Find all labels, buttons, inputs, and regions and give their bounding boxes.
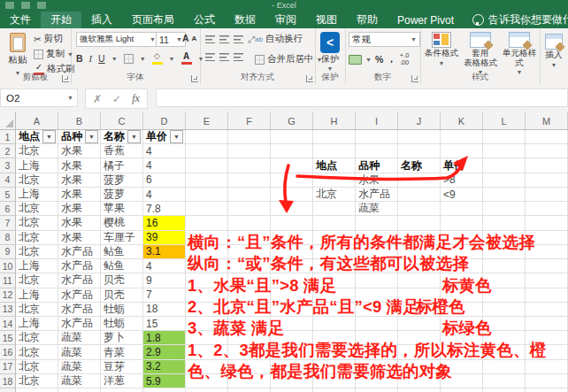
cell-I18[interactable] (356, 374, 398, 388)
cell-I6[interactable]: 蔬菜 (356, 202, 398, 216)
align-bottom-icon[interactable] (234, 35, 243, 43)
cell-H2[interactable] (313, 144, 356, 158)
row-header-14[interactable]: 14 (0, 317, 16, 331)
row-header-6[interactable]: 6 (0, 202, 16, 216)
cell-M6[interactable] (526, 202, 568, 216)
cell-H1[interactable] (313, 130, 356, 144)
cell-L19[interactable] (483, 388, 526, 392)
cell-K17[interactable] (441, 360, 483, 374)
cell-B3[interactable]: 水果 (58, 158, 101, 173)
cell-K10[interactable] (441, 259, 483, 273)
enter-icon[interactable]: ✓ (112, 93, 121, 105)
cell-H19[interactable] (313, 388, 356, 392)
conditional-formatting-button[interactable]: 条件格式▼ (422, 32, 461, 68)
filter-dropdown-icon[interactable]: ▼ (127, 130, 141, 143)
cell-G15[interactable] (271, 331, 313, 345)
cell-M3[interactable] (526, 158, 568, 173)
column-header-K[interactable]: K (441, 112, 483, 130)
cell-B10[interactable]: 水产品 (58, 259, 101, 273)
cell-E16[interactable] (186, 345, 228, 359)
row-header-18[interactable]: 18 (0, 374, 16, 388)
cell-B18[interactable]: 蔬菜 (58, 374, 101, 388)
tab-插入[interactable]: 插入 (81, 12, 122, 28)
cell-L3[interactable] (483, 158, 526, 173)
cell-F11[interactable] (228, 273, 271, 288)
cell-J4[interactable] (398, 173, 441, 188)
cell-L2[interactable] (483, 144, 526, 158)
dialog-launcher-icon[interactable] (191, 75, 198, 82)
cell-K7[interactable] (441, 216, 483, 230)
cell-G4[interactable] (271, 173, 313, 188)
cell-H15[interactable] (313, 331, 356, 345)
cell-F14[interactable] (228, 317, 271, 331)
cell-K12[interactable] (441, 288, 483, 303)
cell-G19[interactable] (271, 388, 313, 392)
cell-D11[interactable]: 9 (143, 273, 186, 288)
row-header-3[interactable]: 3 (0, 158, 16, 173)
row-header-17[interactable]: 17 (0, 360, 16, 374)
cell-A1[interactable]: 地点▼ (16, 130, 58, 144)
cell-M1[interactable] (526, 130, 568, 144)
cell-B1[interactable]: 品种▼ (58, 130, 101, 144)
cell-K19[interactable] (441, 388, 483, 392)
protect-button[interactable]: < 保护 ▼ (315, 28, 345, 72)
cell-A7[interactable]: 北京 (16, 216, 58, 230)
cell-B12[interactable]: 水产品 (58, 288, 101, 303)
cell-F15[interactable] (228, 331, 271, 345)
borders-icon[interactable] (124, 54, 134, 64)
decrease-decimal-button[interactable]: .00 (400, 58, 409, 66)
cell-G12[interactable] (271, 288, 313, 303)
copy-button[interactable]: 复制 ▼ (34, 48, 75, 60)
align-left-icon[interactable] (205, 53, 215, 61)
cell-I3[interactable]: 品种 (356, 158, 398, 173)
cell-I15[interactable] (356, 331, 398, 345)
cell-D15[interactable]: 1.8 (143, 331, 186, 345)
cell-F12[interactable] (228, 288, 271, 303)
cell-C18[interactable]: 洋葱 (101, 374, 143, 388)
cell-A3[interactable]: 上海 (16, 158, 58, 173)
cell-E6[interactable] (186, 202, 228, 216)
cancel-icon[interactable]: ✗ (93, 93, 102, 105)
cut-button[interactable]: ✂剪切 (34, 33, 75, 45)
cell-G6[interactable] (271, 202, 313, 216)
cell-I16[interactable] (356, 345, 398, 359)
cell-H10[interactable] (313, 259, 356, 273)
cell-B11[interactable]: 水产品 (58, 273, 101, 288)
cell-E17[interactable] (186, 360, 228, 374)
cell-H7[interactable] (313, 216, 356, 230)
cell-B17[interactable]: 蔬菜 (58, 360, 101, 374)
cell-A6[interactable]: 北京 (16, 202, 58, 216)
cell-M11[interactable] (526, 273, 568, 288)
cell-J19[interactable] (398, 388, 441, 392)
cell-M14[interactable] (526, 317, 568, 331)
cell-B5[interactable]: 水果 (58, 188, 101, 202)
cell-K11[interactable] (441, 273, 483, 288)
column-header-B[interactable]: B (58, 112, 101, 130)
cell-B15[interactable]: 蔬菜 (58, 331, 101, 345)
cell-F17[interactable] (228, 360, 271, 374)
cell-G7[interactable] (271, 216, 313, 230)
cell-E11[interactable] (186, 273, 228, 288)
cell-G8[interactable] (271, 231, 313, 245)
cell-F8[interactable] (228, 231, 271, 245)
cell-H6[interactable] (313, 202, 356, 216)
tab-视图[interactable]: 视图 (306, 12, 347, 28)
align-right-icon[interactable] (234, 53, 243, 61)
cell-J6[interactable] (398, 202, 441, 216)
cell-A12[interactable]: 上海 (16, 288, 58, 303)
column-header-J[interactable]: J (398, 112, 441, 130)
cell-B6[interactable]: 水果 (58, 202, 101, 216)
cell-A10[interactable]: 上海 (16, 259, 58, 273)
cell-J15[interactable] (398, 331, 441, 345)
cell-G17[interactable] (271, 360, 313, 374)
wrap-text-button[interactable]: ab 自动换行 (255, 33, 303, 45)
cell-B7[interactable]: 水果 (58, 216, 101, 230)
cell-J7[interactable] (398, 216, 441, 230)
cell-H4[interactable] (313, 173, 356, 188)
cell-I17[interactable] (356, 360, 398, 374)
cell-D14[interactable]: 15 (143, 317, 186, 331)
cell-M2[interactable] (526, 144, 568, 158)
cell-M10[interactable] (526, 259, 568, 273)
cell-D3[interactable]: 4 (143, 158, 186, 173)
cell-L11[interactable] (483, 273, 526, 288)
